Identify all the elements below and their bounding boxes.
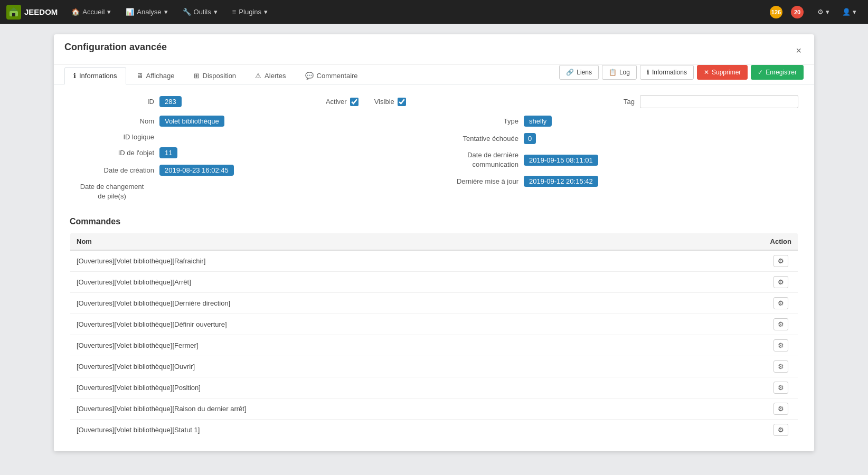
date-pile-row: Date de changementde pile(s) (70, 182, 434, 201)
visible-checkbox[interactable] (398, 98, 406, 106)
table-row: [Ouvertures][Volet bibliothèque][Définir… (70, 314, 798, 335)
nav-outils[interactable]: 🔧 Outils ▾ (176, 5, 224, 19)
user-icon: 👤 (842, 8, 851, 16)
col-nom-header: Nom (70, 233, 764, 251)
commande-gear-button[interactable]: ⚙ (773, 360, 788, 373)
tentative-value: 0 (524, 133, 536, 144)
commande-nom: [Ouvertures][Volet bibliothèque][Rafraic… (70, 250, 764, 272)
commande-action: ⚙ (764, 398, 798, 420)
col-action-header: Action (764, 233, 798, 251)
disposition-icon: ⊞ (194, 72, 200, 80)
commande-gear-button[interactable]: ⚙ (773, 318, 788, 330)
nom-label: Nom (70, 117, 154, 125)
commande-nom: [Ouvertures][Volet bibliothèque][Dernièr… (70, 293, 764, 314)
commande-action: ⚙ (764, 420, 798, 441)
form-area: ID 283 Activer Visible Tag (54, 84, 814, 212)
info-btn-icon: ℹ (647, 69, 649, 76)
outils-icon: 🔧 (183, 8, 191, 16)
tab-informations[interactable]: ℹ Informations (64, 67, 126, 84)
commande-gear-button[interactable]: ⚙ (773, 276, 788, 288)
id-label: ID (70, 98, 154, 106)
commande-gear-button[interactable]: ⚙ (773, 424, 788, 436)
commentaire-icon: 💬 (305, 72, 314, 80)
close-button[interactable]: × (794, 46, 804, 55)
badge-20[interactable]: 20 (791, 6, 804, 18)
commande-gear-button[interactable]: ⚙ (773, 339, 788, 352)
commande-gear-button[interactable]: ⚙ (773, 403, 788, 415)
supprimer-button[interactable]: ✕ Supprimer (697, 65, 748, 80)
derniere-maj-label: Dernière mise à jour (434, 177, 518, 185)
commande-gear-button[interactable]: ⚙ (773, 297, 788, 309)
card-title: Configuration avancée (64, 42, 167, 59)
commande-nom: [Ouvertures][Volet bibliothèque][Ouvrir] (70, 356, 764, 377)
informations-button[interactable]: ℹ Informations (640, 65, 694, 80)
main-background: Configuration avancée × ℹ Informations 🖥… (0, 24, 868, 475)
top-action-buttons: 🔗 Liens 📋 Log ℹ Informations ✕ Supprimer… (559, 65, 804, 84)
activer-label: Activer (326, 98, 347, 106)
logo-icon (6, 5, 21, 20)
commande-nom: [Ouvertures][Volet bibliothèque][Arrêt] (70, 272, 764, 293)
commande-action: ⚙ (764, 377, 798, 398)
table-row: [Ouvertures][Volet bibliothèque][Fermer]… (70, 335, 798, 356)
badge-126[interactable]: 126 (770, 6, 782, 18)
form-right: Type shelly Tentative échouée 0 Date de … (434, 116, 798, 201)
table-row: [Ouvertures][Volet bibliothèque][Dernièr… (70, 293, 798, 314)
type-value: shelly (524, 116, 552, 127)
accueil-chevron: ▾ (107, 8, 111, 16)
nav-analyse[interactable]: 📊 Analyse ▾ (119, 5, 174, 19)
user-nav-btn[interactable]: 👤 ▾ (837, 5, 862, 19)
type-label: Type (434, 117, 518, 125)
log-button[interactable]: 📋 Log (602, 65, 637, 80)
commande-nom: [Ouvertures][Volet bibliothèque][Raison … (70, 398, 764, 420)
id-logique-label: ID logique (70, 133, 154, 141)
commande-action: ⚙ (764, 335, 798, 356)
svg-marker-1 (10, 7, 18, 11)
tentative-row: Tentative échouée 0 (434, 133, 798, 144)
derniere-maj-value: 2019-09-12 20:15:42 (524, 176, 598, 187)
id-value: 283 (159, 96, 182, 107)
home-icon: 🏠 (71, 8, 80, 16)
date-creation-label: Date de création (70, 166, 154, 174)
table-row: [Ouvertures][Volet bibliothèque][Arrêt]⚙ (70, 272, 798, 293)
commande-gear-button[interactable]: ⚙ (773, 255, 788, 267)
brand: JEEDOM (6, 5, 58, 20)
commande-action: ⚙ (764, 356, 798, 377)
id-objet-row: ID de l'objet 11 (70, 147, 434, 158)
info-icon: ℹ (73, 72, 76, 80)
table-row: [Ouvertures][Volet bibliothèque][Positio… (70, 377, 798, 398)
user-chevron: ▾ (853, 8, 856, 16)
visible-label: Visible (374, 98, 394, 106)
table-row: [Ouvertures][Volet bibliothèque][Ouvrir]… (70, 356, 798, 377)
tab-affichage[interactable]: 🖥 Affichage (127, 67, 184, 84)
config-card: Configuration avancée × ℹ Informations 🖥… (54, 34, 814, 451)
commande-gear-button[interactable]: ⚙ (773, 382, 788, 394)
commandes-table: Nom Action [Ouvertures][Volet bibliothèq… (70, 233, 798, 441)
commande-nom: [Ouvertures][Volet bibliothèque][Fermer] (70, 335, 764, 356)
derniere-maj-row: Dernière mise à jour 2019-09-12 20:15:42 (434, 176, 798, 187)
commande-nom: [Ouvertures][Volet bibliothèque][Positio… (70, 377, 764, 398)
tab-alertes[interactable]: ⚠ Alertes (246, 67, 295, 84)
tag-input[interactable] (640, 95, 798, 108)
visible-row: Visible (374, 98, 406, 106)
activer-row: Activer (326, 98, 358, 106)
commandes-title: Commandes (70, 217, 798, 226)
settings-nav-btn[interactable]: ⚙ ▾ (812, 5, 835, 19)
enregistrer-button[interactable]: ✓ Enregistrer (751, 65, 804, 80)
settings-chevron: ▾ (826, 8, 829, 16)
commande-action: ⚙ (764, 250, 798, 272)
commande-nom: [Ouvertures][Volet bibliothèque][Définir… (70, 314, 764, 335)
tabs-row: ℹ Informations 🖥 Affichage ⊞ Disposition… (64, 67, 367, 84)
nav-accueil[interactable]: 🏠 Accueil ▾ (65, 5, 117, 19)
plugins-chevron: ▾ (264, 8, 268, 16)
nav-plugins[interactable]: ≡ Plugins ▾ (226, 5, 274, 19)
tentative-label: Tentative échouée (434, 135, 518, 142)
tab-disposition[interactable]: ⊞ Disposition (185, 67, 246, 84)
type-row: Type shelly (434, 116, 798, 127)
table-row: [Ouvertures][Volet bibliothèque][Statut … (70, 420, 798, 441)
liens-button[interactable]: 🔗 Liens (559, 65, 599, 80)
tab-commentaire[interactable]: 💬 Commentaire (296, 67, 367, 84)
gear-icon: ⚙ (817, 8, 824, 16)
activer-checkbox[interactable] (350, 98, 358, 106)
navbar: JEEDOM 🏠 Accueil ▾ 📊 Analyse ▾ 🔧 Outils … (0, 0, 868, 24)
table-row: [Ouvertures][Volet bibliothèque][Rafraic… (70, 250, 798, 272)
